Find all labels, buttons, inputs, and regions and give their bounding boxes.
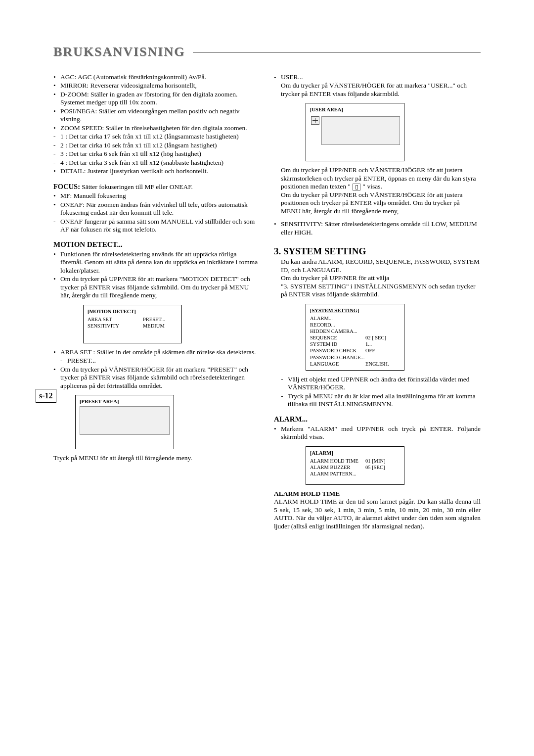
menu-title: [SYSTEM SETTING] <box>310 307 400 314</box>
menu-row: SYSTEM ID1... <box>310 341 400 347</box>
menu-row: RECORD... <box>310 322 400 328</box>
focus-heading: FOCUS: Sätter fokuseringen till MF eller… <box>53 183 260 191</box>
user-text-2: Om du trycker på UPP/NER och VÄNSTER/HÖG… <box>274 166 481 190</box>
system-intro-3: "3. SYSTEM SETTING" i INSTÄLLNINGSMENYN … <box>274 283 481 299</box>
column-right: USER... Om du trycker på VÄNSTER/HÖGER f… <box>274 73 481 530</box>
menu-title: [USER AREA] <box>310 106 400 113</box>
motion-detect-heading: MOTION DETECT... <box>53 240 260 249</box>
system-setting-heading: 3. SYSTEM SETTING <box>274 245 481 257</box>
list-item: Om du trycker på UPP/NER för att markera… <box>53 275 260 299</box>
menu-row: AREA SETPRESET... <box>88 316 178 323</box>
motion-detect-menu-box: [MOTION DETECT] AREA SETPRESET... SENSIT… <box>83 305 182 343</box>
list-item: 3 : Det tar cirka 6 sek från x1 till x12… <box>53 150 260 158</box>
alarm-heading: ALARM... <box>274 415 481 424</box>
menu-row: ALARM BUZZER05 [SEC] <box>310 464 400 471</box>
list-item: 1 : Det tar cirka 17 sek från x1 till x1… <box>53 133 260 141</box>
list-item: D-ZOOM: Ställer in graden av förstoring … <box>53 91 260 107</box>
list-item: Välj ett objekt med UPP/NER och ändra de… <box>274 376 481 392</box>
alarm-menu-box: [ALARM] ALARM HOLD TIME01 [MIN] ALARM BU… <box>306 446 404 485</box>
list-item: ONEAF: När zoomen ändras från vidvinkel … <box>53 201 260 217</box>
menu-row: ALARM HOLD TIME01 [MIN] <box>310 458 400 464</box>
user-area-menu-box: [USER AREA] <box>306 103 404 161</box>
menu-row: HIDDEN CAMERA... <box>310 328 400 334</box>
list-item: Tryck på MENU när du är klar med alla in… <box>274 392 481 409</box>
menu-row: ALARM PATTERN... <box>310 471 400 477</box>
list-item: POSI/NEGA: Ställer om videoutgången mell… <box>53 107 260 124</box>
list-item: ZOOM SPEED: Ställer in rörelsehastighete… <box>53 124 260 132</box>
alarm-hold-time-text: ALARM HOLD TIME är den tid som larmet på… <box>274 498 481 530</box>
menu-title: [ALARM] <box>310 450 400 456</box>
list-item: SENSITIVITY: Sätter rörelsedetekteringen… <box>274 220 481 236</box>
alarm-hold-time-heading: ALARM HOLD TIME <box>274 490 481 498</box>
list-item: Om du trycker på VÄNSTER/HÖGER för att m… <box>53 366 260 390</box>
page-title: BRUKSANVISNING <box>53 45 185 59</box>
header-rule <box>193 52 481 52</box>
position-icon <box>353 184 360 190</box>
system-setting-menu-box: [SYSTEM SETTING] ALARM... RECORD... HIDD… <box>306 304 404 371</box>
list-item: 2 : Det tar cirka 10 sek från x1 till x1… <box>53 142 260 149</box>
list-item: USER... <box>274 73 481 81</box>
menu-title: [MOTION DETECT] <box>88 308 178 315</box>
user-intro-text: Om du trycker på VÄNSTER/HÖGER för att m… <box>274 82 481 98</box>
cursor-icon <box>311 116 319 125</box>
list-item: MF: Manuell fokusering <box>53 192 260 200</box>
page-number: s-12 <box>36 389 56 403</box>
menu-title: [PRESET AREA] <box>80 398 170 405</box>
manual-page: BRUKSANVISNING s-12 AGC: AGC (Automatisk… <box>0 0 534 756</box>
list-item: AREA SET : Ställer in det område på skär… <box>53 348 260 356</box>
menu-row: SENSITIVITYMEDIUM <box>88 323 178 329</box>
list-item: DETAIL: Justerar ljusstyrkan vertikalt o… <box>53 167 260 175</box>
system-intro-2: Om du trycker på UPP/NER för att välja <box>274 274 481 282</box>
menu-row: LANGUAGEENGLISH. <box>310 361 400 367</box>
menu-row: PASSWORD CHANGE... <box>310 354 400 361</box>
user-text-3: Om du trycker på UPP/NER och VÄNSTER/HÖG… <box>274 191 481 215</box>
list-item: MIRROR: Reverserar videosignalerna horis… <box>53 82 260 90</box>
column-left: AGC: AGC (Automatisk förstärkningskontro… <box>53 73 260 530</box>
menu-row: SEQUENCE02 [ SEC] <box>310 334 400 341</box>
list-item: Funktionen för rörelsedetektering använd… <box>53 250 260 275</box>
list-item: PRESET... <box>53 357 260 365</box>
list-item: AGC: AGC (Automatisk förstärkningskontro… <box>53 73 260 81</box>
menu-row: ALARM... <box>310 315 400 322</box>
list-item: 4 : Det tar cirka 3 sek från x1 till x12… <box>53 159 260 167</box>
user-area-region <box>321 116 400 145</box>
system-intro-1: Du kan ändra ALARM, RECORD, SEQUENCE, PA… <box>274 258 481 274</box>
list-item: Markera "ALARM" med UPP/NER och tryck på… <box>274 425 481 441</box>
page-header: BRUKSANVISNING <box>53 45 481 59</box>
menu-row: PASSWORD CHECKOFF <box>310 347 400 354</box>
list-item: ONEAF fungerar på samma sätt som MANUELL… <box>53 218 260 234</box>
preset-area-region <box>80 406 170 435</box>
preset-area-menu-box: [PRESET AREA] <box>75 395 174 449</box>
content-columns: AGC: AGC (Automatisk förstärkningskontro… <box>53 73 481 530</box>
preset-return-text: Tryck på MENU för att återgå till föregå… <box>53 454 260 462</box>
